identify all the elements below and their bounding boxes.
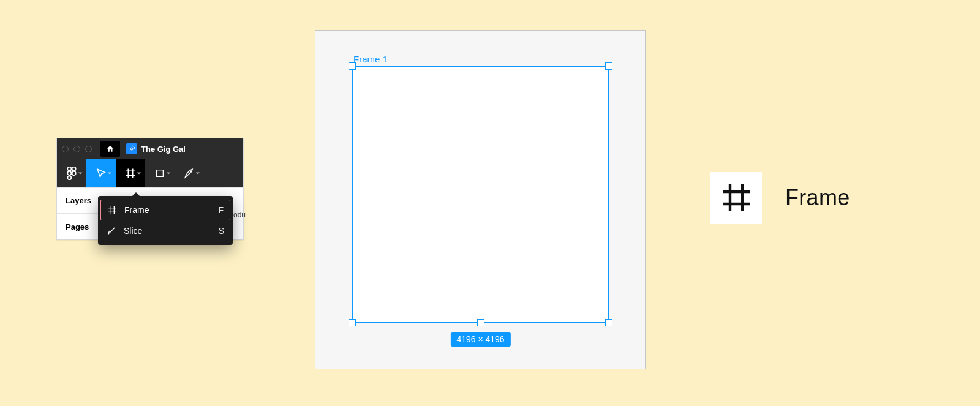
figma-menu-button[interactable]	[57, 159, 86, 187]
legend-label: Frame	[785, 185, 850, 211]
dropdown-item-frame[interactable]: Frame F	[100, 200, 230, 220]
chevron-down-icon	[137, 171, 141, 176]
legend-icon-tile	[710, 172, 762, 224]
resize-handle-top-right[interactable]	[605, 62, 612, 70]
frame-tool-dropdown: Frame F Slice S	[98, 196, 233, 245]
frame-icon	[107, 205, 117, 215]
chevron-down-icon	[166, 171, 171, 176]
svg-point-5	[67, 176, 71, 179]
main-toolbar	[57, 159, 243, 187]
traffic-minimize-icon[interactable]	[74, 146, 80, 152]
traffic-close-icon[interactable]	[62, 146, 69, 152]
canvas-area[interactable]: Frame 1 4196 × 4196	[315, 30, 646, 369]
chevron-down-icon	[78, 171, 83, 176]
dropdown-item-label: Frame	[124, 205, 149, 215]
traffic-zoom-icon[interactable]	[85, 146, 92, 152]
svg-point-1	[67, 167, 71, 171]
svg-point-2	[72, 167, 76, 171]
chevron-down-icon	[107, 171, 112, 176]
resize-handle-bottom-left[interactable]	[349, 319, 356, 326]
figma-logo-icon	[67, 167, 77, 180]
frame-name-label[interactable]: Frame 1	[353, 54, 388, 64]
pen-icon	[184, 168, 195, 179]
traffic-lights	[62, 146, 100, 152]
shape-tool-button[interactable]	[145, 159, 175, 187]
resize-handle-bottom-mid[interactable]	[477, 319, 484, 326]
dropdown-item-shortcut: S	[219, 226, 224, 236]
selected-frame[interactable]: 4196 × 4196	[353, 67, 608, 322]
dropdown-item-shortcut: F	[218, 205, 224, 215]
svg-point-0	[130, 148, 133, 150]
svg-point-4	[72, 171, 76, 175]
panel-tab-label: Pages	[66, 222, 89, 231]
move-tool-button[interactable]	[86, 159, 116, 187]
rectangle-icon	[155, 168, 165, 178]
file-tab-title: The Gig Gal	[141, 145, 186, 154]
frame-tool-button[interactable]	[116, 159, 145, 187]
file-tab[interactable]: The Gig Gal	[126, 143, 186, 154]
dropdown-item-label: Slice	[124, 226, 142, 236]
dropdown-item-slice[interactable]: Slice S	[98, 220, 233, 241]
home-icon	[106, 145, 115, 153]
legend-frame: Frame	[710, 172, 850, 224]
svg-rect-6	[157, 170, 164, 177]
resize-handle-top-left[interactable]	[349, 62, 356, 70]
window-titlebar: The Gig Gal	[57, 138, 243, 159]
slice-icon	[107, 226, 116, 236]
pen-tool-button[interactable]	[175, 159, 204, 187]
svg-point-3	[67, 171, 71, 175]
resize-handle-bottom-right[interactable]	[605, 319, 612, 326]
panel-tab-label: Layers	[66, 196, 91, 205]
file-logo-icon	[126, 143, 137, 154]
frame-icon	[125, 168, 136, 179]
cursor-icon	[96, 168, 107, 179]
chevron-down-icon	[195, 171, 200, 176]
dimensions-badge: 4196 × 4196	[450, 332, 510, 347]
home-button[interactable]	[100, 141, 120, 157]
frame-icon	[722, 183, 751, 212]
